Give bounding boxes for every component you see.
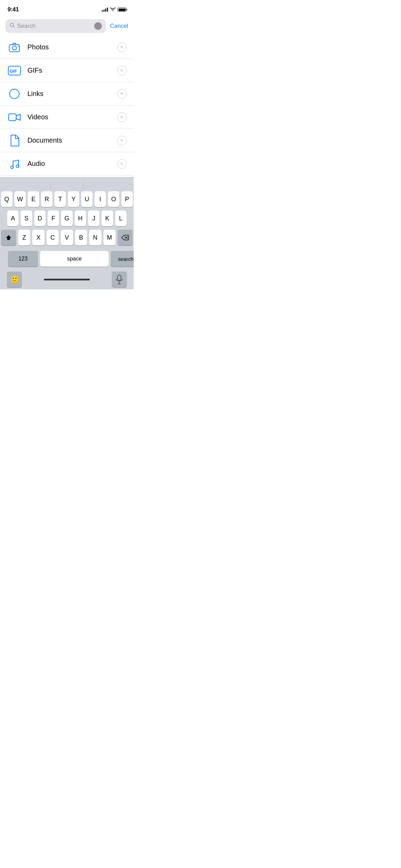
- audio-icon-wrapper: [7, 156, 22, 171]
- keyboard-row-1: Q W E R T Y U I O P: [1, 191, 133, 207]
- list-item-gifs[interactable]: GIF GIFs: [0, 59, 134, 82]
- key-delete[interactable]: [118, 230, 133, 245]
- svg-rect-10: [9, 114, 16, 121]
- documents-arrow: [117, 136, 127, 145]
- search-input[interactable]: [17, 23, 92, 29]
- status-bar: 9:41: [0, 0, 134, 16]
- key-123[interactable]: 123: [8, 251, 38, 267]
- video-icon: [8, 113, 21, 122]
- photos-label: Photos: [27, 43, 117, 51]
- keyboard-rows: Q W E R T Y U I O P A S D F G H J K L: [0, 189, 134, 270]
- svg-point-4: [18, 46, 19, 47]
- gif-icon: GIF: [8, 66, 21, 75]
- svg-marker-8: [13, 92, 16, 96]
- key-y[interactable]: Y: [68, 191, 79, 207]
- key-search[interactable]: search: [111, 251, 134, 267]
- links-icon-wrapper: [7, 86, 22, 101]
- key-space[interactable]: space: [40, 251, 109, 267]
- key-z[interactable]: Z: [18, 230, 30, 245]
- key-k[interactable]: K: [101, 210, 113, 226]
- svg-marker-9: [13, 93, 15, 96]
- audio-arrow: [117, 159, 127, 169]
- links-label: Links: [27, 90, 117, 98]
- status-time: 9:41: [8, 6, 19, 13]
- documents-label: Documents: [27, 136, 117, 144]
- svg-line-1: [13, 26, 15, 28]
- keyboard-row-3: Z X C V B N M: [1, 230, 133, 245]
- key-c[interactable]: C: [47, 230, 59, 245]
- key-i[interactable]: I: [95, 191, 106, 207]
- svg-text:GIF: GIF: [10, 69, 17, 74]
- home-indicator: [44, 279, 90, 280]
- photos-arrow: [117, 43, 127, 52]
- document-icon: [10, 135, 19, 146]
- key-n[interactable]: N: [89, 230, 101, 245]
- links-arrow: [117, 89, 127, 99]
- videos-arrow: [117, 112, 127, 122]
- keyboard-divider-left: [50, 182, 51, 189]
- audio-label: Audio: [27, 160, 117, 168]
- search-bar[interactable]: [5, 19, 106, 33]
- key-e[interactable]: E: [28, 191, 39, 207]
- photos-icon-wrapper: [7, 40, 22, 55]
- key-emoji[interactable]: 🙂: [7, 272, 22, 287]
- list-item-photos[interactable]: Photos: [0, 36, 134, 59]
- keyboard-divider-right: [83, 182, 83, 189]
- key-s[interactable]: S: [21, 210, 32, 226]
- key-mic[interactable]: [112, 272, 127, 287]
- svg-point-3: [12, 46, 16, 50]
- key-f[interactable]: F: [48, 210, 59, 226]
- key-v[interactable]: V: [61, 230, 73, 245]
- key-x[interactable]: X: [32, 230, 44, 245]
- key-l[interactable]: L: [115, 210, 126, 226]
- list-item-audio[interactable]: Audio: [0, 152, 134, 176]
- keyboard-row-2: A S D F G H J K L: [1, 210, 133, 226]
- key-d[interactable]: D: [34, 210, 46, 226]
- signal-icon: [102, 8, 108, 12]
- key-h[interactable]: H: [75, 210, 86, 226]
- keyboard-top-bar: [0, 177, 134, 189]
- gif-icon-wrapper: GIF: [7, 63, 22, 78]
- videos-label: Videos: [27, 113, 117, 121]
- key-r[interactable]: R: [41, 191, 52, 207]
- documents-icon-wrapper: [7, 133, 22, 148]
- key-a[interactable]: A: [7, 210, 19, 226]
- svg-rect-18: [118, 275, 121, 280]
- key-p[interactable]: P: [121, 191, 133, 207]
- key-j[interactable]: J: [88, 210, 99, 226]
- key-b[interactable]: B: [75, 230, 87, 245]
- cancel-button[interactable]: Cancel: [110, 23, 128, 29]
- key-g[interactable]: G: [61, 210, 72, 226]
- compass-icon: [9, 88, 20, 99]
- wifi-icon: [110, 8, 116, 12]
- key-w[interactable]: W: [14, 191, 26, 207]
- camera-icon: [9, 42, 20, 52]
- list-item-documents[interactable]: Documents: [0, 129, 134, 152]
- list-item-links[interactable]: Links: [0, 82, 134, 106]
- gifs-label: GIFs: [27, 67, 117, 74]
- gifs-arrow: [117, 66, 127, 75]
- list-item-videos[interactable]: Videos: [0, 106, 134, 129]
- keyboard-bottom-row: 123 space search: [1, 249, 133, 269]
- music-icon: [9, 158, 20, 169]
- key-shift[interactable]: [1, 230, 16, 245]
- svg-point-7: [10, 89, 19, 99]
- key-q[interactable]: Q: [1, 191, 12, 207]
- keyboard-emoji-row: 🙂: [0, 270, 134, 289]
- key-u[interactable]: U: [81, 191, 93, 207]
- key-o[interactable]: O: [108, 191, 119, 207]
- microphone-icon: [116, 275, 123, 284]
- status-icons: [102, 8, 126, 12]
- search-mic-dot: [94, 22, 102, 30]
- videos-icon-wrapper: [7, 110, 22, 125]
- list-container: Photos GIF GIFs: [0, 36, 134, 199]
- key-t[interactable]: T: [54, 191, 66, 207]
- battery-icon: [118, 8, 126, 12]
- key-m[interactable]: M: [104, 230, 116, 245]
- keyboard: Q W E R T Y U I O P A S D F G H J K L: [0, 177, 134, 289]
- search-magnifier-icon: [10, 23, 15, 29]
- search-bar-container: Cancel: [0, 16, 134, 36]
